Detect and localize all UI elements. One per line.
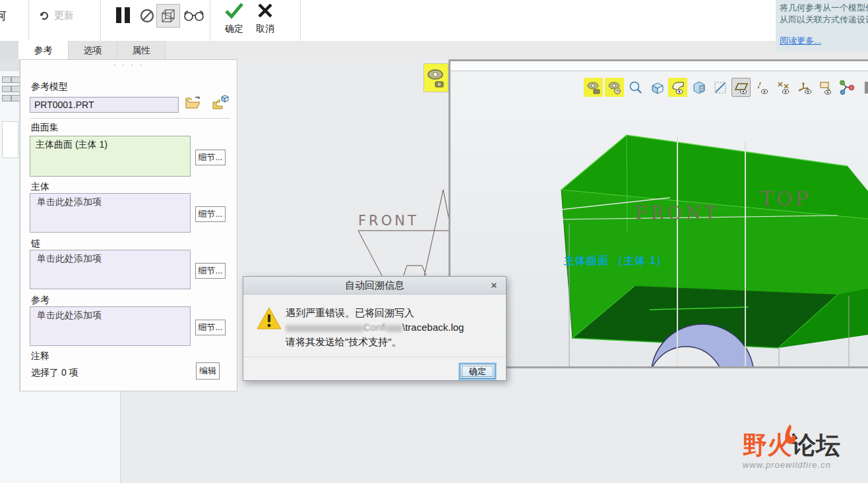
application-window: 何 更新 [0,0,868,483]
cancel-label: 取消 [249,23,281,35]
model-scene: FRONT TOP 主体曲面 （主体 1） [450,72,868,366]
graphics-window-title-strip [450,61,868,71]
body-label: 主体 [31,181,49,193]
csys-display-button[interactable] [795,78,814,97]
ribbon-separator [28,0,29,41]
datum-display-icon [713,80,728,95]
axis-display-button[interactable] [753,78,772,97]
plane-display-button[interactable] [731,78,751,97]
watermark-url: www.proewildfire.cn [743,460,868,470]
glasses-icon [183,8,205,22]
dashboard-tab-row: 参考 选项 属性 [0,41,868,59]
zoom-in-icon [629,80,643,95]
update-button[interactable]: 更新 [38,9,74,22]
panel-drag-handle[interactable]: · · · · [20,60,237,69]
saved-views-icon [650,80,664,95]
graphics-viewport[interactable]: FRONT TOP 主体曲面 （主体 1） [450,72,868,366]
preview-geometry-button[interactable] [156,4,180,28]
orient-history-button[interactable] [605,78,624,97]
csys-display-icon [797,80,812,95]
background-datum-wireframe: FRONT [330,171,452,277]
flame-icon [777,424,803,447]
dialog-line-3: 请将其发送给"技术支持"。 [286,335,497,349]
ref-model-input[interactable]: PRT0001.PRT [30,97,179,113]
check-icon [224,2,245,19]
point-display-icon [776,80,791,95]
details-button[interactable]: 细节... [195,150,226,165]
open-file-button[interactable] [184,94,201,114]
reference-dashboard-panel: · · · · 参考模型 PRT0001.PRT 曲面集 主体曲面 (主体 1)… [20,59,237,391]
cancel-button[interactable]: 取消 [249,2,281,35]
ok-button[interactable]: 确定 [218,2,251,35]
chain-label: 链 [31,238,40,250]
tooltip-line: 将几何参考从一个模型传 [780,2,868,14]
prohibit-icon [139,8,155,24]
graphics-window: FRONT TOP 主体曲面 （主体 1） [449,59,868,368]
ref-model-label: 参考模型 [31,81,68,93]
view-manager-button[interactable] [689,78,708,97]
dialog-separator [243,356,506,357]
surface-set-collector[interactable]: 主体曲面 (主体 1) [30,136,191,177]
graphics-toolbar [584,78,868,97]
body-collector[interactable]: 单击此处添加项 [30,193,191,233]
path-tail: \traceback.log [402,322,464,333]
spin-center-icon [839,80,855,96]
traceback-dialog: 自动回溯信息 × 遇到严重错误。已将回溯写入 Confi\traceback.l… [243,276,507,381]
display-style-button[interactable] [668,78,687,97]
spin-center-button[interactable] [837,78,856,97]
reference-collector[interactable]: 单击此处添加项 [30,306,191,346]
dialog-title[interactable]: 自动回溯信息 [243,277,506,295]
read-more-link[interactable]: 阅读更多... [780,35,821,47]
brand-text: 野火论坛 [743,432,868,459]
help-tooltip: 将几何参考从一个模型传 从而以关联方式传递设计 阅读更多... [776,0,868,51]
dialog-message: 遇到严重错误。已将回溯写入 Confi\traceback.log 请将其发送给… [286,306,497,349]
details-button[interactable]: 细节... [195,320,226,335]
navigator-panel-fragment [2,121,18,158]
details-button[interactable]: 细节... [195,206,226,222]
warning-icon [257,307,282,329]
orient-history-icon [607,80,622,95]
wireframe-box-icon [160,8,176,24]
datum-display-button[interactable] [710,78,729,97]
dialog-ok-button[interactable]: 确定 [460,364,495,379]
forum-watermark: 野火论坛 www.proewildfire.cn [743,432,868,470]
panel-divider [30,118,230,119]
chain-collector[interactable]: 单击此处添加项 [30,250,191,289]
edit-button[interactable]: 编辑 [196,362,220,380]
orient-save-button[interactable] [584,78,603,97]
pause-display-button[interactable] [865,82,868,94]
details-button[interactable]: 细节... [195,263,226,279]
path-fragment: Confi [363,322,387,333]
annotation-label: 注释 [31,351,49,362]
dialog-line-1: 遇到严重错误。已将回溯写入 [286,306,497,320]
dialog-close-button[interactable]: × [487,277,501,294]
navigator-header [0,59,19,71]
surface-set-label: 曲面集 [31,122,59,134]
pause-feature-button[interactable] [116,7,130,23]
annotation-display-icon [819,80,833,95]
saved-views-button[interactable] [647,78,666,97]
dialog-path-line: Confi\traceback.log [286,320,497,335]
plane-display-icon [734,80,749,95]
ribbon-separator [300,0,301,41]
tab-properties[interactable]: 属性 [117,41,166,59]
bg-front-datum-label: FRONT [358,213,419,229]
ribbon-clipped-text: 何 [0,8,7,24]
orient-save-floating-button[interactable] [423,63,449,92]
tooltip-line: 从而以关联方式传递设计 [780,14,868,26]
surface-set-tag: 主体曲面 （主体 1） [563,254,667,267]
tab-options[interactable]: 选项 [69,41,117,59]
mini-tree-icons [2,76,11,101]
no-preview-button[interactable] [139,8,155,26]
ok-label: 确定 [218,23,251,35]
selection-status: 选择了 0 项 [31,367,78,379]
view-manager-icon [692,80,706,95]
import-model-button[interactable] [210,93,229,114]
zoom-in-button[interactable] [626,78,645,97]
import-model-icon [210,93,229,111]
navigator-edge-strip [0,59,20,391]
point-display-button[interactable] [774,78,793,97]
tab-reference[interactable]: 参考 [18,41,69,59]
verify-button[interactable] [183,8,205,25]
annotation-display-button[interactable] [816,78,835,97]
